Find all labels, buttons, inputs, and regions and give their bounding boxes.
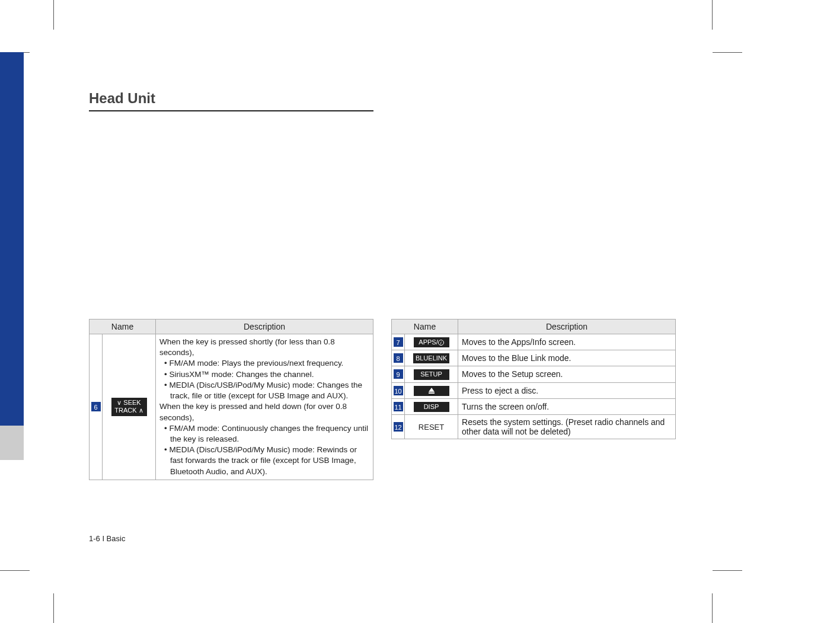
description-cell: Moves to the Apps/Info screen. bbox=[458, 334, 676, 350]
table-row: 10Press to eject a disc. bbox=[392, 382, 676, 398]
row-number-badge: 6 bbox=[91, 402, 101, 411]
table-row: 6 ∨ SEEK TRACK ∧ When the key is pressed… bbox=[90, 334, 373, 480]
info-icon: i bbox=[438, 340, 444, 346]
desc-bullet: FM/AM mode: Plays the previous/next freq… bbox=[159, 358, 369, 369]
description-cell: Turns the screen on/off. bbox=[458, 398, 676, 414]
col-header-desc: Description bbox=[156, 320, 373, 334]
table-row: 7APPS/iMoves to the Apps/Info screen. bbox=[392, 334, 676, 350]
col-header-name: Name bbox=[90, 320, 156, 334]
row-number-badge: 11 bbox=[394, 402, 403, 411]
bluelink-button-label: BLUELINK bbox=[413, 353, 449, 363]
row-number-badge: 8 bbox=[394, 353, 403, 363]
desc-bullet: MEDIA (Disc/USB/iPod/My Music) mode: Cha… bbox=[159, 380, 369, 401]
desc-text: When the key is pressed and held down (f… bbox=[159, 401, 369, 423]
row-number-badge: 12 bbox=[394, 422, 403, 432]
table-row: 11DISPTurns the screen on/off. bbox=[392, 398, 676, 414]
apps-info-button-label: APPS/i bbox=[414, 337, 449, 347]
description-cell: Press to eject a disc. bbox=[458, 382, 676, 398]
seek-track-button-label: ∨ SEEK TRACK ∧ bbox=[111, 398, 147, 416]
row-number-badge: 7 bbox=[394, 337, 403, 347]
table-row: 12RESETResets the system settings. (Pres… bbox=[392, 414, 676, 439]
reset-label: RESET bbox=[419, 423, 444, 432]
description-block: When the key is pressed shortly (for les… bbox=[159, 337, 369, 477]
row-number-badge: 10 bbox=[394, 386, 403, 395]
description-cell: Moves to the Setup screen. bbox=[458, 366, 676, 382]
table-row: 9SETUPMoves to the Setup screen. bbox=[392, 366, 676, 382]
eject-icon bbox=[429, 388, 435, 392]
section-title: Head Unit bbox=[89, 90, 373, 111]
desc-bullet: FM/AM mode: Continuously changes the fre… bbox=[159, 423, 369, 445]
description-cell: Resets the system settings. (Preset radi… bbox=[458, 414, 676, 439]
seek-label-line: ∨ SEEK bbox=[114, 399, 145, 407]
track-label-line: TRACK ∧ bbox=[114, 407, 145, 414]
eject-button-label bbox=[414, 386, 449, 396]
setup-button-label: SETUP bbox=[414, 369, 449, 379]
desc-bullet: MEDIA (Disc/USB/iPod/My Music) mode: Rew… bbox=[159, 445, 369, 477]
col-header-name: Name bbox=[392, 320, 458, 334]
row-number-badge: 9 bbox=[394, 369, 403, 379]
table-row: 8BLUELINKMoves to the Blue Link mode. bbox=[392, 350, 676, 366]
description-cell: Moves to the Blue Link mode. bbox=[458, 350, 676, 366]
desc-text: When the key is pressed shortly (for les… bbox=[159, 337, 369, 358]
col-header-desc: Description bbox=[458, 320, 676, 334]
table-right: Name Description 7APPS/iMoves to the App… bbox=[391, 319, 676, 439]
table-left: Name Description 6 ∨ SEEK TRACK ∧ bbox=[89, 319, 373, 480]
desc-bullet: SiriusXM™ mode: Changes the channel. bbox=[159, 369, 369, 380]
page-footer: 1-6 I Basic bbox=[89, 534, 125, 543]
disp-button-label: DISP bbox=[414, 402, 449, 412]
